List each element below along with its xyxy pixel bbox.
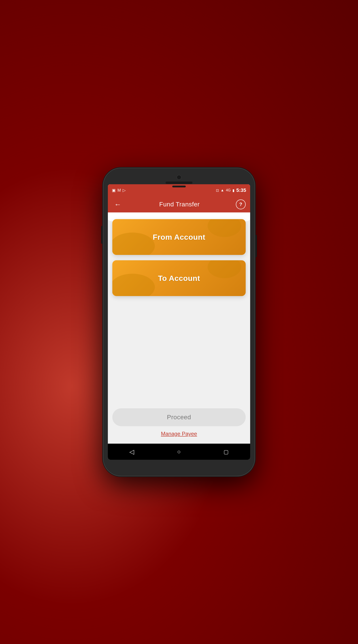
notification-icon-1: ▣ (112, 188, 116, 192)
page-title: Fund Transfer (123, 201, 236, 208)
wifi-icon: ▲ (221, 188, 224, 192)
main-content: From Account To Account Proceed Manage P… (108, 212, 250, 444)
nav-back-button[interactable] (125, 446, 139, 458)
nav-recents-button[interactable] (219, 446, 233, 458)
phone-screen: ▣ M ▷ ⊡ ▲ 4G ▮ 5:35 ← Fund Transfer ? (108, 184, 250, 460)
nav-home-button[interactable] (173, 446, 185, 458)
status-left-icons: ▣ M ▷ (112, 188, 126, 192)
back-button[interactable]: ← (112, 199, 123, 210)
help-button[interactable]: ? (236, 200, 246, 209)
network-type-label: 4G (226, 188, 231, 192)
from-account-button[interactable]: From Account (112, 219, 246, 255)
power-button (255, 235, 257, 257)
navigation-bar (108, 444, 250, 460)
battery-icon: ▮ (232, 188, 234, 192)
phone-device: ▣ M ▷ ⊡ ▲ 4G ▮ 5:35 ← Fund Transfer ? (103, 168, 255, 476)
phone-top-area (166, 175, 192, 188)
secondary-speaker (172, 186, 186, 188)
status-right-area: ⊡ ▲ 4G ▮ 5:35 (216, 188, 246, 193)
app-toolbar: ← Fund Transfer ? (108, 196, 250, 212)
earpiece-speaker (166, 182, 192, 184)
cast-icon: ⊡ (216, 188, 219, 192)
proceed-button[interactable]: Proceed (112, 408, 246, 426)
clock: 5:35 (236, 188, 246, 193)
phone-shell: ▣ M ▷ ⊡ ▲ 4G ▮ 5:35 ← Fund Transfer ? (103, 168, 255, 476)
to-account-label: To Account (158, 274, 200, 283)
notification-icon-3: ▷ (123, 188, 126, 192)
notification-icon-2: M (118, 188, 121, 192)
manage-payee-link[interactable]: Manage Payee (161, 431, 197, 437)
from-account-label: From Account (153, 233, 205, 242)
front-camera (177, 175, 181, 180)
volume-button (101, 226, 103, 244)
to-account-button[interactable]: To Account (112, 260, 246, 296)
